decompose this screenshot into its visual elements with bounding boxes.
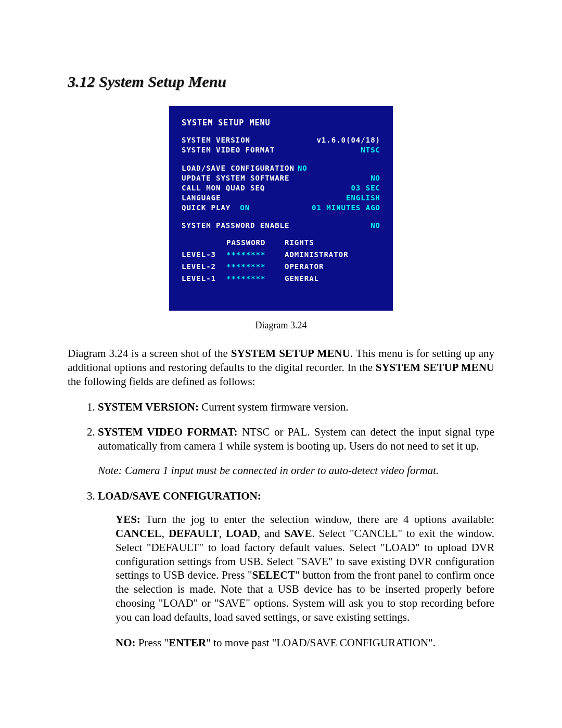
dvr-row-video-format: SYSTEM VIDEO FORMAT NTSC [182, 145, 380, 155]
dvr-row-update: UPDATE SYSTEM SOFTWARE NO [182, 173, 380, 183]
label: SYSTEM PASSWORD ENABLE [182, 221, 289, 231]
option-load: LOAD [226, 527, 258, 540]
text: the following fields are defined as foll… [68, 375, 255, 388]
option-save: SAVE [284, 527, 312, 540]
level-rights: ADMINISTRATOR [285, 250, 349, 260]
table-row: LEVEL-3 ******** ADMINISTRATOR [182, 250, 380, 260]
value: NTSC [361, 145, 380, 155]
dvr-row-system-version: SYSTEM VERSION v1.6.0(04/18) [182, 135, 380, 145]
level-rights: GENERAL [285, 274, 319, 284]
text: " to move past "LOAD/SAVE CONFIGURATION"… [206, 636, 436, 649]
bold-text: SYSTEM SETUP MENU [376, 361, 494, 374]
label: LOAD/SAVE CONFIGURATION [182, 163, 295, 173]
label: SYSTEM VERSION [182, 135, 250, 145]
option-cancel: CANCEL [116, 527, 162, 540]
sub-lead: YES: [116, 513, 140, 526]
list-item: SYSTEM VERSION: Current system firmware … [98, 400, 494, 414]
value-on: ON [240, 203, 250, 213]
label: LANGUAGE [182, 193, 221, 203]
intro-paragraph: Diagram 3.24 is a screen shot of the SYS… [68, 347, 494, 389]
button-select: SELECT [252, 569, 296, 581]
text: , [162, 527, 169, 540]
level-name: LEVEL-2 [182, 262, 226, 272]
dvr-row-password-enable: SYSTEM PASSWORD ENABLE NO [182, 221, 380, 231]
button-enter: ENTER [169, 636, 206, 649]
item-note: Note: Camera 1 input must be connected i… [98, 464, 439, 477]
dvr-row-loadsave: LOAD/SAVE CONFIGURATION NO [182, 163, 380, 173]
text: , [219, 527, 226, 540]
column-password: PASSWORD [226, 238, 285, 248]
table-row: LEVEL-1 ******** GENERAL [182, 274, 380, 284]
label: CALL MON QUAD SEQ [182, 183, 265, 193]
item-text: Current system firmware version. [199, 401, 349, 413]
section-heading: 3.12 System Setup Menu [68, 73, 494, 91]
sub-option-yes: YES: Turn the jog to enter the selection… [116, 513, 494, 624]
figure-caption: Diagram 3.24 [68, 320, 494, 331]
list-item: SYSTEM VIDEO FORMAT: NTSC or PAL. System… [98, 425, 494, 478]
value: v1.6.0(04/18) [316, 135, 380, 145]
dvr-row-callmon: CALL MON QUAD SEQ 03 SEC [182, 183, 380, 193]
column-rights: RIGHTS [285, 238, 314, 248]
sub-option-no: NO: Press "ENTER" to move past "LOAD/SAV… [116, 636, 494, 650]
dvr-menu-title: SYSTEM SETUP MENU [182, 118, 380, 128]
bold-text: SYSTEM SETUP MENU [231, 347, 350, 360]
value: NO [298, 163, 308, 173]
level-password: ******** [226, 250, 285, 260]
value-amount: 01 MINUTES AGO [312, 203, 380, 213]
label: SYSTEM VIDEO FORMAT [182, 145, 275, 155]
value: NO [371, 221, 380, 231]
list-item: LOAD/SAVE CONFIGURATION: YES: Turn the j… [98, 489, 494, 650]
level-rights: OPERATOR [285, 262, 324, 272]
sub-lead: NO: [116, 636, 136, 649]
text: Turn the jog to enter the selection wind… [140, 513, 494, 526]
dvr-screenshot: SYSTEM SETUP MENU SYSTEM VERSION v1.6.0(… [169, 106, 393, 311]
level-name: LEVEL-1 [182, 274, 226, 284]
item-label: LOAD/SAVE CONFIGURATION: [98, 490, 261, 502]
definition-list: SYSTEM VERSION: Current system firmware … [68, 400, 494, 650]
label: UPDATE SYSTEM SOFTWARE [182, 173, 289, 183]
text: Press " [136, 636, 169, 649]
option-default: DEFAULT [169, 527, 219, 540]
table-row: LEVEL-2 ******** OPERATOR [182, 262, 380, 272]
value: 03 SEC [351, 183, 380, 193]
item-label: SYSTEM VIDEO FORMAT: [98, 426, 238, 438]
dvr-row-quickplay: QUICK PLAY ON 01 MINUTES AGO [182, 203, 380, 213]
document-page: 3.12 System Setup Menu SYSTEM SETUP MENU… [0, 0, 562, 728]
level-password: ******** [226, 274, 285, 284]
dvr-password-table-header: PASSWORD RIGHTS [182, 238, 380, 248]
item-label: SYSTEM VERSION: [98, 401, 199, 413]
dvr-row-language: LANGUAGE ENGLISH [182, 193, 380, 203]
level-password: ******** [226, 262, 285, 272]
value: ENGLISH [346, 193, 380, 203]
label: QUICK PLAY [182, 203, 231, 213]
level-name: LEVEL-3 [182, 250, 226, 260]
blank-column [182, 238, 226, 248]
text: Diagram 3.24 is a screen shot of the [68, 347, 231, 360]
value: NO [371, 173, 380, 183]
text: , and [258, 527, 285, 540]
